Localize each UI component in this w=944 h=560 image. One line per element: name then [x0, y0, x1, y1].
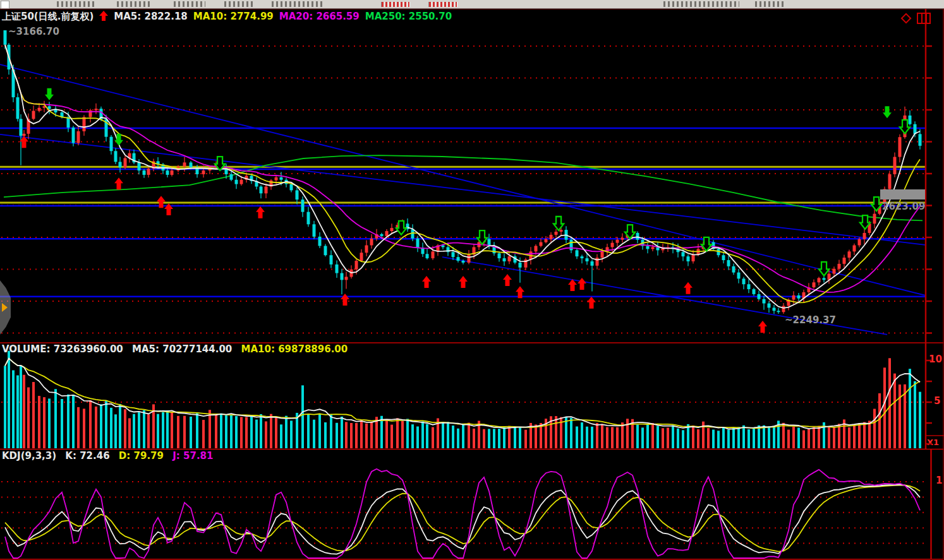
ma250-value: MA250: 2550.70	[365, 11, 452, 21]
volume-header: VOLUME: 73263960.00 MA5: 70277144.00 MA1…	[2, 344, 353, 354]
ma250-line	[4, 155, 923, 220]
pane-borders	[0, 9, 944, 559]
toolbar-red-button-fragment[interactable]	[381, 2, 410, 7]
ma5-value: MA5: 2822.18	[114, 11, 188, 21]
ma10-value: MA10: 2774.99	[193, 11, 274, 21]
stock-app-window: 上证50(日线.前复权) MA5: 2822.18 MA10: 2774.99 …	[0, 0, 944, 560]
ma20-value: MA20: 2665.59	[279, 11, 360, 21]
toolbar-button-fragment[interactable]	[174, 1, 205, 7]
volume-ma10-value: MA10: 69878896.00	[241, 343, 348, 355]
trendlines	[0, 64, 930, 335]
toolbar-button-fragment[interactable]	[224, 1, 253, 7]
main-chart-header: 上证50(日线.前复权) MA5: 2822.18 MA10: 2774.99 …	[2, 11, 457, 21]
toolbar-icon-fragment[interactable]	[1, 1, 9, 9]
kdj-k-value: K: 72.46	[65, 450, 109, 462]
red-up-arrow-icon	[99, 11, 108, 21]
toolbar-red-button-fragment[interactable]	[428, 2, 457, 7]
horizontal-level-lines	[0, 128, 925, 297]
chart-title: 上证50(日线.前复权)	[2, 11, 94, 21]
last-price-annotation: 2623.09	[882, 201, 925, 212]
expand-arrow-icon	[2, 303, 8, 312]
volume-ma5-line	[5, 359, 920, 429]
candles	[4, 30, 922, 314]
last-price-tag-box	[880, 189, 925, 200]
volume-ma10-line	[5, 359, 920, 429]
window-layout-icon[interactable]	[916, 12, 931, 26]
toolbar-button-fragment[interactable]	[663, 1, 739, 7]
kdj-name: KDJ(9,3,3)	[2, 450, 56, 462]
chart-canvas[interactable]	[0, 0, 944, 560]
low-price-annotation: ~2249.37	[785, 314, 836, 326]
toolbar-strip[interactable]	[0, 0, 944, 9]
volume-bars	[1, 351, 925, 448]
volume-ma5-value: MA5: 70277144.00	[132, 343, 232, 355]
kdj-d-value: D: 79.79	[119, 450, 164, 462]
diamond-tool-icon[interactable]	[900, 12, 912, 25]
toolbar-button-fragment[interactable]	[755, 1, 784, 7]
high-price-annotation: ~3166.70	[8, 26, 59, 37]
toolbar-button-fragment[interactable]	[117, 1, 152, 7]
kdj-pane	[1, 469, 927, 558]
kdj-header: KDJ(9,3,3) K: 72.46 D: 79.79 J: 57.81	[2, 451, 219, 461]
ma5-line	[5, 45, 920, 308]
kdj-j-value: J: 57.81	[172, 450, 213, 462]
toolbar-button-fragment[interactable]	[272, 1, 322, 7]
toolbar-button-fragment[interactable]	[57, 1, 95, 7]
volume-value: VOLUME: 73263960.00	[2, 343, 123, 355]
chart-corner-tools	[900, 12, 931, 26]
